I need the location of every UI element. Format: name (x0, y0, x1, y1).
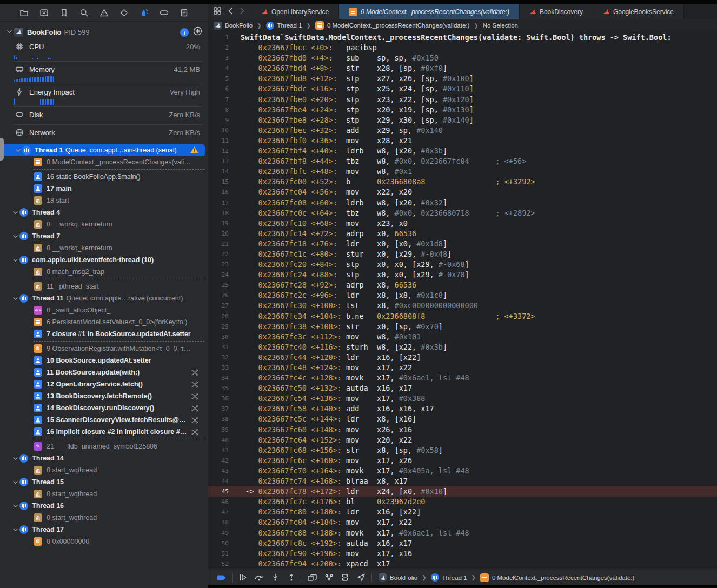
line-number[interactable]: 48 (208, 517, 232, 527)
warning-icon[interactable] (98, 8, 109, 18)
chevron-down-icon[interactable] (12, 257, 19, 263)
line-number[interactable]: 15 (208, 177, 232, 187)
view-hierarchy-icon[interactable] (304, 572, 321, 584)
back-button[interactable] (227, 7, 234, 17)
line-number[interactable]: 46 (208, 497, 232, 507)
line-number[interactable]: 1 (208, 32, 232, 43)
stack-frame-row[interactable]: ✎ 21 ___lldb_unnamed_symbol125806 (0, 440, 208, 452)
thread-row[interactable]: com.apple.uikit.eventfetch-thread (10) (0, 254, 208, 266)
disassembly-editor[interactable]: 1SwiftData`SwiftData.ModelContext._proce… (208, 32, 717, 570)
stack-frame-row[interactable]: 0 __workq_kernreturn (0, 218, 208, 230)
x-square-icon[interactable] (38, 8, 49, 18)
thread-row[interactable]: Thread 15 (0, 476, 208, 488)
tag-icon[interactable] (158, 8, 169, 18)
line-number[interactable]: 18 (208, 208, 232, 218)
chevron-down-icon[interactable] (12, 233, 19, 239)
line-number[interactable]: 28 (208, 311, 232, 322)
stack-frame-row[interactable]: 12 OpenLibraryService.fetch() (0, 378, 208, 390)
gauge-energy-impact[interactable]: Energy Impact Very High (0, 86, 208, 98)
stack-frame-row[interactable]: 16 implicit closure #2 in implicit closu… (0, 426, 208, 438)
gauge-memory[interactable]: Memory 41,2 MB (0, 63, 208, 75)
line-number[interactable]: 30 (208, 332, 232, 342)
breadcrumb-item[interactable]: Thread 1 (266, 22, 302, 30)
stack-frame-row[interactable]: 0 start_wqthread (0, 488, 208, 500)
chevron-down-icon[interactable] (12, 210, 19, 216)
line-number[interactable]: 51 (208, 549, 232, 559)
line-number[interactable]: 21 (208, 239, 232, 249)
line-number[interactable]: 12 (208, 146, 232, 156)
line-number[interactable]: 7 (208, 95, 232, 105)
environment-overrides-icon[interactable] (337, 572, 353, 584)
stack-frame-row[interactable]: 16 static BookFolioApp.$main() (0, 171, 208, 183)
line-number[interactable]: 44 (208, 476, 232, 486)
line-number[interactable]: 50 (208, 538, 232, 549)
chevron-down-icon[interactable] (12, 527, 19, 533)
thread-row[interactable]: Thread 16 (0, 500, 208, 512)
line-number[interactable]: 36 (208, 393, 232, 404)
chevron-down-icon[interactable] (12, 503, 19, 509)
line-number[interactable]: 9 (208, 115, 232, 125)
stack-frame-row[interactable]: </> 0 _swift_allocObject_ (0, 304, 208, 316)
line-number[interactable]: 26 (208, 290, 232, 300)
stack-frame-row[interactable]: 18 start (0, 195, 208, 206)
line-number[interactable]: 14 (208, 166, 232, 177)
line-number[interactable]: 6 (208, 84, 232, 94)
simulate-location-icon[interactable] (353, 572, 369, 584)
line-number[interactable]: 4 (208, 63, 232, 74)
step-into-icon[interactable] (267, 572, 283, 584)
step-over-icon[interactable] (251, 572, 267, 584)
line-number[interactable]: 45 (208, 486, 232, 497)
breadcrumb-item[interactable]: 0 ModelContext._processRecentChanges(val… (315, 21, 469, 30)
line-number[interactable]: 3 (208, 53, 232, 63)
thread-row[interactable]: Thread 14 (0, 452, 208, 464)
breadcrumb-item[interactable]: 0 ModelContext._processRecentChanges(val… (480, 573, 634, 582)
line-number[interactable]: 47 (208, 507, 232, 517)
forward-button[interactable] (239, 7, 245, 17)
breadcrumb-item[interactable]: BookFolio (214, 22, 253, 30)
thread-row[interactable]: Thread 1 Queue: com.appl…ain-thread (ser… (3, 144, 205, 156)
line-number[interactable]: 49 (208, 528, 232, 538)
line-number[interactable]: 16 (208, 187, 232, 197)
stack-frame-row[interactable]: 0 start_wqthread (0, 512, 208, 524)
stack-frame-row[interactable]: 15 ScannerDiscoveryView.fetchResults@S… (0, 414, 208, 426)
stack-frame-row[interactable]: 0 start_wqthread (0, 464, 208, 476)
stack-frame-row[interactable]: ⚙ 0 0x00000000 (0, 536, 208, 547)
line-number[interactable]: 37 (208, 404, 232, 414)
chevron-down-icon[interactable] (12, 456, 19, 462)
line-number[interactable]: 52 (208, 559, 232, 569)
gauge-network[interactable]: Network Zero KB/s (0, 126, 208, 138)
pause-execution-icon[interactable] (235, 572, 251, 584)
stack-frame-row[interactable]: 11 BookSource.update(with:) (0, 366, 208, 378)
line-number[interactable]: 5 (208, 74, 232, 84)
bookmark-icon[interactable] (58, 8, 69, 18)
line-number[interactable]: 10 (208, 125, 232, 136)
info-button[interactable]: i (180, 27, 189, 37)
line-number[interactable]: 27 (208, 300, 232, 311)
line-number[interactable]: 33 (208, 363, 232, 373)
line-number[interactable]: 17 (208, 198, 232, 208)
line-number[interactable]: 20 (208, 229, 232, 239)
line-number[interactable]: 42 (208, 456, 232, 466)
line-number[interactable]: 19 (208, 218, 232, 229)
chevron-down-icon[interactable] (15, 148, 22, 153)
breadcrumb-item[interactable]: BookFolio (379, 573, 417, 582)
line-number[interactable]: 24 (208, 270, 232, 280)
thread-row[interactable]: Thread 17 (0, 524, 208, 536)
process-row[interactable]: BookFolio PID 599 i (0, 25, 208, 39)
breakpoints-toggle-icon[interactable] (214, 572, 230, 584)
chevron-down-icon[interactable] (12, 479, 19, 485)
gauge-disk[interactable]: Disk Zero KB/s (0, 109, 208, 121)
stack-frame-row[interactable]: 10 BookSource.updatedAt.setter (0, 355, 208, 366)
chevron-down-icon[interactable] (12, 296, 19, 302)
stack-frame-row[interactable]: 7 closure #1 in BookSource.updatedAt.set… (0, 328, 208, 340)
line-number[interactable]: 11 (208, 136, 232, 146)
stack-frame-row[interactable]: 6 PersistentModel.setValue<τ_0_0>(forKey… (0, 316, 208, 328)
line-number[interactable]: 34 (208, 373, 232, 383)
diamond-icon[interactable] (118, 8, 129, 18)
stack-frame-row[interactable]: ⚙ 9 ObservationRegistrar.withMutation<τ_… (0, 343, 208, 355)
step-out-icon[interactable] (283, 572, 300, 584)
stack-frame-row[interactable]: 0 __workq_kernreturn (0, 242, 208, 254)
line-number[interactable]: 2 (208, 43, 232, 53)
breadcrumb-item[interactable]: No Selection (483, 22, 518, 29)
stack-frame-row[interactable]: 0 ModelContext._processRecentChanges(val… (0, 156, 208, 168)
